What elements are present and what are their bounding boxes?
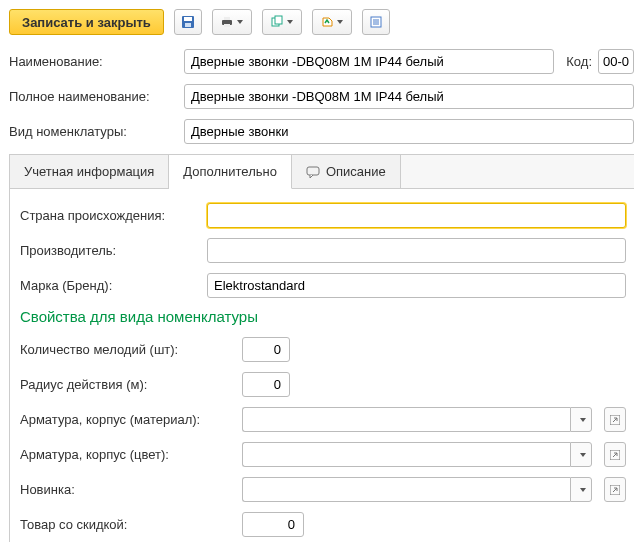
chevron-down-icon (580, 488, 586, 492)
code-input[interactable] (598, 49, 634, 74)
discount-label: Товар со скидкой: (20, 517, 242, 532)
chevron-down-icon (580, 453, 586, 457)
radius-row: Радиус действия (м): (20, 372, 626, 397)
novelty-row: Новинка: (20, 477, 626, 502)
kind-input[interactable] (184, 119, 634, 144)
manufacturer-input[interactable] (207, 238, 626, 263)
material-open-button[interactable] (604, 407, 626, 432)
open-icon (610, 415, 620, 425)
manufacturer-row: Производитель: (20, 238, 626, 263)
brand-input[interactable] (207, 273, 626, 298)
material-row: Арматура, корпус (материал): (20, 407, 626, 432)
tab-description[interactable]: Описание (292, 155, 401, 188)
upload-icon (320, 15, 334, 29)
radius-input[interactable] (242, 372, 290, 397)
properties-section-title: Свойства для вида номенклатуры (20, 308, 626, 325)
toolbar: Записать и закрыть (9, 9, 634, 35)
svg-rect-4 (224, 17, 230, 20)
name-input[interactable] (184, 49, 554, 74)
chevron-down-icon (237, 20, 243, 24)
open-icon (610, 485, 620, 495)
novelty-combo (242, 477, 626, 502)
files-icon (270, 15, 284, 29)
material-label: Арматура, корпус (материал): (20, 412, 242, 427)
color-combo (242, 442, 626, 467)
floppy-icon (181, 15, 195, 29)
open-icon (610, 450, 620, 460)
chevron-down-icon (337, 20, 343, 24)
material-input[interactable] (242, 407, 570, 432)
color-dropdown-button[interactable] (570, 442, 592, 467)
name-label: Наименование: (9, 54, 184, 69)
svg-rect-2 (185, 23, 191, 27)
speech-icon (306, 166, 320, 178)
chevron-down-icon (287, 20, 293, 24)
print-button[interactable] (212, 9, 252, 35)
country-label: Страна происхождения: (20, 208, 207, 223)
svg-rect-7 (275, 16, 282, 24)
discount-input[interactable] (242, 512, 304, 537)
chevron-down-icon (580, 418, 586, 422)
novelty-dropdown-button[interactable] (570, 477, 592, 502)
country-row: Страна происхождения: (20, 203, 626, 228)
list-icon (369, 15, 383, 29)
fullname-row: Полное наименование: (9, 84, 634, 109)
brand-label: Марка (Бренд): (20, 278, 207, 293)
melodies-row: Количество мелодий (шт): (20, 337, 626, 362)
color-input[interactable] (242, 442, 570, 467)
melodies-input[interactable] (242, 337, 290, 362)
code-label: Код: (566, 54, 592, 69)
discount-row: Товар со скидкой: (20, 512, 626, 537)
brand-row: Марка (Бренд): (20, 273, 626, 298)
melodies-label: Количество мелодий (шт): (20, 342, 242, 357)
save-button[interactable] (174, 9, 202, 35)
printer-icon (220, 15, 234, 29)
svg-rect-1 (184, 17, 192, 21)
svg-rect-5 (224, 24, 230, 27)
color-label: Арматура, корпус (цвет): (20, 447, 242, 462)
material-dropdown-button[interactable] (570, 407, 592, 432)
material-combo (242, 407, 626, 432)
files-button[interactable] (262, 9, 302, 35)
fullname-input[interactable] (184, 84, 634, 109)
tab-description-label: Описание (326, 164, 386, 179)
novelty-input[interactable] (242, 477, 570, 502)
kind-label: Вид номенклатуры: (9, 124, 184, 139)
upload-button[interactable] (312, 9, 352, 35)
tabbar: Учетная информация Дополнительно Описани… (9, 154, 634, 189)
save-and-close-button[interactable]: Записать и закрыть (9, 9, 164, 35)
tab-accounting[interactable]: Учетная информация (10, 155, 169, 188)
novelty-open-button[interactable] (604, 477, 626, 502)
tab-pane-additional: Страна происхождения: Производитель: Мар… (9, 189, 634, 542)
manufacturer-label: Производитель: (20, 243, 207, 258)
svg-rect-12 (307, 167, 319, 175)
list-button[interactable] (362, 9, 390, 35)
kind-row: Вид номенклатуры: (9, 119, 634, 144)
color-row: Арматура, корпус (цвет): (20, 442, 626, 467)
radius-label: Радиус действия (м): (20, 377, 242, 392)
novelty-label: Новинка: (20, 482, 242, 497)
country-input[interactable] (207, 203, 626, 228)
color-open-button[interactable] (604, 442, 626, 467)
name-row: Наименование: Код: (9, 49, 634, 74)
tab-additional[interactable]: Дополнительно (169, 155, 292, 189)
fullname-label: Полное наименование: (9, 89, 184, 104)
